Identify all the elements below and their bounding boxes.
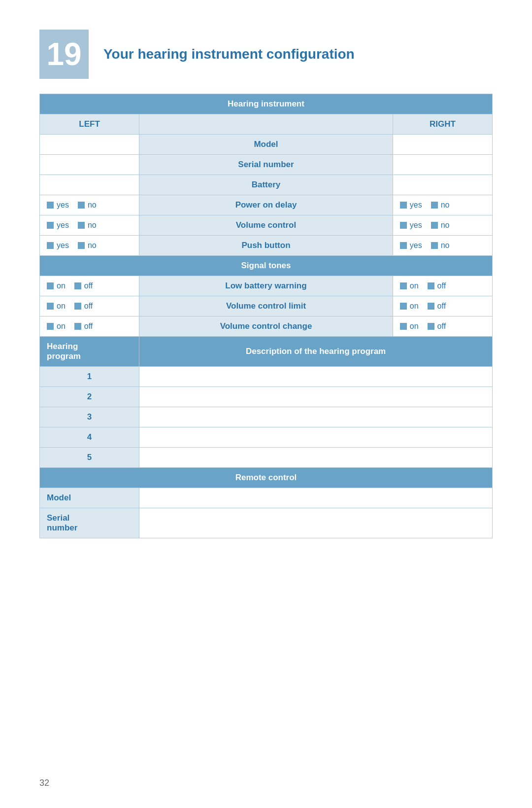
power-delay-right-no: no [431, 201, 450, 210]
config-table: Hearing instrument LEFT RIGHT Model Seri… [39, 94, 493, 538]
low-bat-left-on-label: on [57, 281, 66, 290]
vol-limit-right-on-box [400, 303, 407, 310]
push-btn-right-no-label: no [441, 241, 450, 250]
vol-ctrl-change-row: on off Volume control change on [40, 316, 493, 337]
chapter-number: 19 [46, 36, 81, 72]
power-delay-left-pair: yes no [47, 201, 132, 210]
vol-ctrl-left-no-label: no [88, 221, 97, 230]
model-right-val [393, 135, 492, 155]
vol-change-right-off: off [428, 322, 446, 331]
hearing-instrument-header-row: Hearing instrument [40, 94, 493, 114]
push-btn-right-yes-label: yes [410, 241, 422, 250]
program-5-content [139, 448, 493, 468]
power-on-delay-right: yes no [393, 195, 492, 215]
program-3-content [139, 407, 493, 427]
power-delay-left-no-label: no [88, 201, 97, 210]
vol-ctrl-right-no-label: no [441, 221, 450, 230]
vol-ctrl-left-yes-label: yes [57, 221, 69, 230]
vol-ctrl-right-yes-box [400, 222, 407, 229]
model-label: Model [139, 135, 393, 155]
serial-label: Serial number [139, 155, 393, 175]
push-button-label: Push button [139, 236, 393, 256]
model-left-val [40, 135, 139, 155]
power-on-delay-label: Power on delay [139, 195, 393, 215]
volume-control-right: yes no [393, 215, 492, 236]
remote-model-value [139, 488, 493, 508]
hearing-program-header-row: Hearingprogram Description of the hearin… [40, 337, 493, 367]
remote-serial-row: Serialnumber [40, 508, 493, 538]
vol-limit-right: on off [393, 296, 492, 316]
vol-limit-left-off: off [74, 302, 93, 311]
power-delay-right-no-label: no [441, 201, 450, 210]
low-bat-right-on: on [400, 281, 419, 290]
vol-change-right-on-box [400, 323, 407, 330]
vol-change-right-off-label: off [437, 322, 446, 331]
program-2-content [139, 387, 493, 407]
program-1-content [139, 367, 493, 387]
low-bat-left-off-label: off [84, 281, 93, 290]
vol-limit-left-off-label: off [84, 302, 93, 311]
serial-right-val [393, 155, 492, 175]
remote-serial-value [139, 508, 493, 538]
power-on-delay-left: yes no [40, 195, 139, 215]
low-bat-left-off-box [74, 282, 81, 289]
vol-limit-left-on: on [47, 302, 66, 311]
vol-change-left-on: on [47, 322, 66, 331]
push-btn-left-no-box [78, 242, 85, 249]
battery-row: Battery [40, 175, 493, 195]
push-btn-left-pair: yes no [47, 241, 132, 250]
program-2-row: 2 [40, 387, 493, 407]
power-delay-right-no-box [431, 202, 438, 209]
low-bat-right-off-label: off [437, 281, 446, 290]
vol-ctrl-right-no: no [431, 221, 450, 230]
power-delay-left-yes-box [47, 202, 54, 209]
power-delay-right-yes: yes [400, 201, 422, 210]
vol-change-left-off: off [74, 322, 93, 331]
middle-spacer [139, 114, 393, 135]
volume-control-row: yes no Volume control yes [40, 215, 493, 236]
page-number: 32 [39, 778, 49, 788]
push-button-left: yes no [40, 236, 139, 256]
hearing-instrument-header: Hearing instrument [40, 94, 493, 114]
vol-ctrl-limit-label: Volume control limit [139, 296, 393, 316]
program-2-num: 2 [40, 387, 139, 407]
vol-limit-left-on-label: on [57, 302, 66, 311]
vol-limit-right-off-box [428, 303, 434, 310]
signal-tones-header: Signal tones [40, 256, 493, 276]
vol-change-left-on-label: on [57, 322, 66, 331]
push-button-row: yes no Push button yes [40, 236, 493, 256]
push-btn-left-yes: yes [47, 241, 69, 250]
vol-ctrl-left-no: no [78, 221, 97, 230]
page-title: Your hearing instrument configuration [103, 46, 355, 62]
program-1-row: 1 [40, 367, 493, 387]
vol-ctrl-right-no-box [431, 222, 438, 229]
vol-change-right-on-label: on [410, 322, 419, 331]
program-5-num: 5 [40, 448, 139, 468]
vol-limit-right-on-label: on [410, 302, 419, 311]
push-btn-right-yes: yes [400, 241, 422, 250]
push-btn-left-no: no [78, 241, 97, 250]
program-4-content [139, 427, 493, 448]
battery-left-val [40, 175, 139, 195]
vol-limit-right-pair: on off [400, 302, 485, 311]
vol-change-right-off-box [428, 323, 434, 330]
left-header: LEFT [40, 114, 139, 135]
battery-label: Battery [139, 175, 393, 195]
program-4-row: 4 [40, 427, 493, 448]
serial-row: Serial number [40, 155, 493, 175]
low-bat-left-pair: on off [47, 281, 132, 290]
remote-control-header: Remote control [40, 468, 493, 488]
low-battery-label: Low battery warning [139, 276, 393, 296]
power-on-delay-row: yes no Power on delay yes [40, 195, 493, 215]
low-bat-left-off: off [74, 281, 93, 290]
remote-serial-label: Serialnumber [40, 508, 139, 538]
vol-change-right: on off [393, 316, 492, 337]
low-battery-left: on off [40, 276, 139, 296]
power-delay-right-pair: yes no [400, 201, 485, 210]
hearing-program-header-label: Hearingprogram [40, 337, 139, 367]
vol-change-left: on off [40, 316, 139, 337]
vol-ctrl-right-pair: yes no [400, 221, 485, 230]
volume-control-label: Volume control [139, 215, 393, 236]
push-btn-right-yes-box [400, 242, 407, 249]
push-btn-right-pair: yes no [400, 241, 485, 250]
